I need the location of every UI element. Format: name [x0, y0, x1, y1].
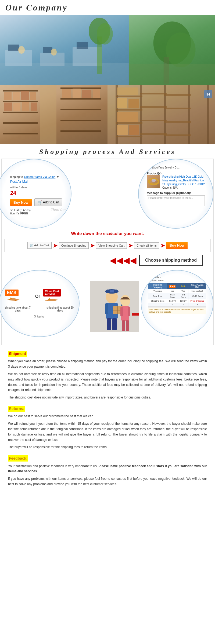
- shipping-table-caption: ping Method: [148, 276, 206, 279]
- dropdown-icon[interactable]: ▼: [56, 175, 59, 178]
- message-section: Message to supplier (Optional): Please e…: [147, 191, 205, 206]
- svg-rect-55: [164, 108, 191, 109]
- svg-rect-34: [60, 120, 101, 121]
- row-cost-china: Free Shipping: [188, 299, 206, 303]
- svg-rect-54: [164, 94, 191, 96]
- warehouse-left: [0, 85, 108, 144]
- row-cost-label: Shipping Cost: [148, 299, 167, 303]
- ems-plane-svg: [5, 296, 21, 303]
- svg-rect-1: [5, 50, 32, 66]
- flow-arrow-3: ➤: [128, 242, 133, 249]
- svg-rect-0: [0, 63, 129, 85]
- office-image: [0, 15, 215, 85]
- shipment-para-1: When you place an order, please choose a…: [8, 359, 207, 369]
- svg-rect-33: [60, 109, 101, 110]
- shipping-options-circle: EMS Or China PostAir Mail: [0, 270, 80, 337]
- row-radio-ems[interactable]: ○: [167, 303, 178, 307]
- returns-block: Returns: We do our best to serve our cus…: [8, 406, 207, 450]
- row-time-dhl: 5-8 Days: [178, 293, 188, 299]
- shipping-circle-caption: Shipping: [34, 314, 45, 318]
- our-company-header: Our Company: [0, 0, 215, 15]
- warehouse-images: 94: [0, 85, 215, 144]
- china-post-plane-svg: [43, 297, 59, 303]
- product-title-bar: ller: ZhuoYang Jewelry Cu...: [147, 166, 205, 170]
- watermark: ZhouYan: [51, 208, 66, 212]
- svg-rect-17: [40, 85, 56, 144]
- choose-shipping-row: ◀◀◀◀ Choose shipping method: [4, 253, 211, 267]
- product-details: Free shipping,High Qua. 18K Gold Inlay j…: [162, 175, 205, 189]
- warehouse-right-svg: 94: [108, 85, 215, 144]
- svg-rect-27: [4, 103, 12, 111]
- add-to-cart-button[interactable]: 🛒 Add to Cart: [34, 198, 62, 206]
- red-left-arrow: ◀◀◀◀: [110, 255, 137, 265]
- shipment-para-3: The shipping cost does not include any i…: [8, 395, 207, 400]
- flow-continue-shopping[interactable]: Continue Shopping: [59, 242, 89, 249]
- flow-add-to-cart[interactable]: 🛒 Add to Cart: [27, 242, 52, 249]
- svg-rect-71: [105, 303, 108, 314]
- cart-icon: 🛒: [37, 200, 42, 204]
- table-row: Tracking Yes Yes Inconsistent: [148, 289, 206, 293]
- ring-svg: [147, 175, 160, 188]
- svg-rect-20: [3, 112, 38, 113]
- svg-point-81: [120, 295, 130, 307]
- feedback-title: Feedback:: [8, 455, 28, 461]
- message-input[interactable]: Please enter your message to the s...: [147, 195, 205, 206]
- svg-rect-74: [112, 318, 117, 330]
- flow-arrow-4: ➤: [160, 242, 165, 249]
- svg-rect-51: [140, 106, 167, 108]
- shopping-process-title: Shopping process And Services: [0, 144, 215, 159]
- svg-rect-4: [8, 45, 19, 51]
- message-placeholder: Please enter your message to the s...: [148, 196, 193, 199]
- row-cost-ems: $19.79: [167, 299, 178, 303]
- svg-text:94: 94: [206, 93, 210, 96]
- spacer: [32, 306, 45, 312]
- row-radio-china[interactable]: ●: [188, 303, 206, 307]
- office-right-photo: [129, 15, 215, 85]
- svg-point-7: [18, 46, 25, 54]
- row-radio-label: [148, 303, 167, 307]
- row-cost-dhl: $20.27: [178, 299, 188, 303]
- svg-rect-29: [22, 102, 29, 111]
- svg-rect-62: [117, 125, 128, 135]
- returns-para-3: The buyer will be responsible for the sh…: [8, 445, 207, 450]
- buy-now-button[interactable]: Buy Now: [10, 199, 32, 206]
- svg-rect-60: [128, 99, 139, 108]
- svg-rect-85: [122, 320, 125, 331]
- svg-rect-36: [62, 89, 71, 98]
- shipment-para1-text: When you place an order, please choose a…: [8, 359, 207, 363]
- row-time-ems: 8-13 Days: [167, 293, 178, 299]
- svg-rect-19: [3, 101, 38, 102]
- flow-buy-now[interactable]: Buy Now: [166, 242, 188, 249]
- right-circle-panel: ller: ZhuoYang Jewelry Cu... Product(s) …: [90, 159, 211, 229]
- svg-rect-86: [126, 320, 129, 331]
- shipping-comparison-table: Shipping Company EMS DHL China Post Air …: [148, 283, 206, 307]
- ems-logo-container: EMS: [5, 290, 32, 303]
- svg-rect-73: [107, 318, 111, 330]
- svg-rect-31: [60, 87, 101, 89]
- product-description: Free shipping,High Qua. 18K Gold Inlay j…: [162, 175, 205, 186]
- svg-rect-28: [13, 103, 20, 111]
- product-item-row: Free shipping,High Qua. 18K Gold Inlay j…: [147, 175, 205, 189]
- ems-shipping-time: shipping time about 7 days: [5, 306, 31, 312]
- svg-rect-56: [164, 121, 191, 123]
- flow-step-1: 🛒 Add to Cart: [27, 242, 52, 249]
- row-tracking-china: Inconsistent: [188, 289, 206, 293]
- svg-rect-63: [129, 125, 139, 135]
- shipping-right-section: ping Method 🏳 United States Shipping Com…: [90, 270, 211, 337]
- col-header-company: Shipping Company: [148, 283, 167, 289]
- flow-view-cart[interactable]: View Shopping Cart: [96, 242, 127, 249]
- post-air-mail-link[interactable]: Post Air Mail: [10, 180, 63, 184]
- shipping-destination-link[interactable]: United States Via China: [24, 175, 56, 178]
- office-svg: [0, 15, 129, 85]
- svg-rect-35: [60, 130, 101, 132]
- shipment-bold-3days: 3 days: [8, 365, 18, 368]
- svg-point-67: [152, 179, 156, 182]
- shipment-para-2: We do not uarantee delivery time on all …: [8, 372, 207, 393]
- office-left-photo: [0, 15, 129, 85]
- table-row-radio: ○ ○ ●: [148, 303, 206, 307]
- feedback-para-1: Your satisfaction and positive feedback …: [8, 464, 207, 474]
- row-radio-dhl[interactable]: ○: [178, 303, 188, 307]
- svg-rect-46: [116, 96, 142, 97]
- svg-rect-52: [140, 120, 167, 121]
- svg-rect-77: [110, 290, 114, 292]
